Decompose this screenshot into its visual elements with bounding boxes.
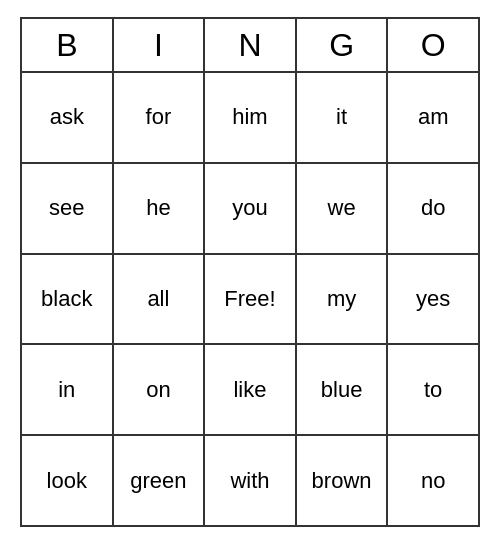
bingo-body: ask for him it am see he you we do black…: [22, 73, 478, 525]
header-g: G: [297, 19, 389, 71]
header-b: B: [22, 19, 114, 71]
bingo-header: B I N G O: [22, 19, 478, 73]
cell-5-4: brown: [297, 436, 389, 525]
cell-5-5: no: [388, 436, 478, 525]
cell-1-5: am: [388, 73, 478, 162]
cell-2-3: you: [205, 164, 297, 253]
cell-4-5: to: [388, 345, 478, 434]
cell-4-4: blue: [297, 345, 389, 434]
cell-4-3: like: [205, 345, 297, 434]
bingo-row-4: in on like blue to: [22, 345, 478, 436]
cell-1-4: it: [297, 73, 389, 162]
cell-3-1: black: [22, 255, 114, 344]
cell-3-2: all: [114, 255, 206, 344]
cell-5-3: with: [205, 436, 297, 525]
cell-3-4: my: [297, 255, 389, 344]
header-n: N: [205, 19, 297, 71]
cell-4-1: in: [22, 345, 114, 434]
cell-1-2: for: [114, 73, 206, 162]
cell-2-2: he: [114, 164, 206, 253]
cell-1-1: ask: [22, 73, 114, 162]
header-o: O: [388, 19, 478, 71]
cell-free: Free!: [205, 255, 297, 344]
bingo-row-1: ask for him it am: [22, 73, 478, 164]
bingo-row-3: black all Free! my yes: [22, 255, 478, 346]
bingo-row-5: look green with brown no: [22, 436, 478, 525]
header-i: I: [114, 19, 206, 71]
cell-2-1: see: [22, 164, 114, 253]
cell-3-5: yes: [388, 255, 478, 344]
cell-2-4: we: [297, 164, 389, 253]
bingo-row-2: see he you we do: [22, 164, 478, 255]
cell-2-5: do: [388, 164, 478, 253]
cell-5-2: green: [114, 436, 206, 525]
cell-1-3: him: [205, 73, 297, 162]
cell-4-2: on: [114, 345, 206, 434]
bingo-card: B I N G O ask for him it am see he you w…: [20, 17, 480, 527]
cell-5-1: look: [22, 436, 114, 525]
